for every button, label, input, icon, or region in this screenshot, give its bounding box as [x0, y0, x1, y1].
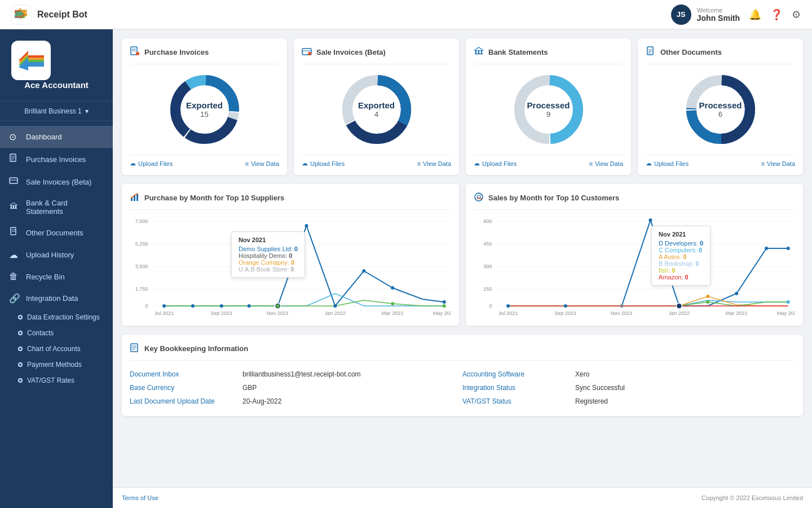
donut-sale: Exported 4 [302, 70, 451, 149]
dashboard-icon: ⊙ [9, 132, 20, 142]
sidebar-item-payment-methods[interactable]: Payment Methods [0, 357, 113, 373]
sub-dot-icon [18, 378, 23, 383]
header-right: JS Welcome John Smith 🔔 ❓ ⚙ [671, 5, 801, 25]
upload-files-purchase[interactable]: ☁ Upload Files [130, 160, 173, 167]
view-data-purchase[interactable]: ≡ View Data [245, 160, 279, 167]
sidebar-item-purchase-invoices[interactable]: Purchase Invoices [0, 148, 113, 170]
purchase-invoices-icon [9, 154, 20, 165]
upload-files-other[interactable]: ☁ Upload Files [646, 160, 689, 167]
bookkeeping-title: Key Bookkeeping Information [144, 344, 248, 353]
card-title-bank: Bank Statements [488, 48, 548, 56]
sidebar-item-integration-data[interactable]: 🔗 Integration Data [0, 287, 113, 309]
nav-label-contacts: Contacts [27, 329, 54, 337]
sub-dot-icon [18, 331, 23, 335]
app-title: Receipt Bot [37, 10, 87, 20]
svg-point-86 [333, 304, 337, 308]
sidebar-item-upload-history[interactable]: ☁ Upload History [0, 244, 113, 266]
svg-rect-53 [647, 47, 653, 55]
purchase-chart: Purchase by Month for Top 10 Suppliers 7… [122, 184, 459, 326]
nav-label-vat-gst: VAT/GST Rates [27, 376, 74, 384]
sidebar-item-contacts[interactable]: Contacts [0, 325, 113, 341]
dashboard-cards: Purchase Invoices [122, 38, 803, 175]
view-data-icon-sale: ≡ [417, 160, 421, 167]
main-content: Purchase Invoices [113, 29, 812, 487]
card-header-other: Other Documents [646, 46, 795, 64]
upload-icon-sale: ☁ [302, 160, 308, 167]
svg-text:Mar 2022: Mar 2022 [382, 310, 404, 316]
business-selector[interactable]: Brilliant Business 1 ▾ [0, 102, 113, 121]
donut-count-other: 6 [699, 110, 742, 119]
tooltip-customer-1: D Developers: 0 [659, 240, 703, 247]
svg-text:Jan 2022: Jan 2022 [325, 310, 346, 316]
sidebar-item-dashboard[interactable]: ⊙ Dashboard [0, 126, 113, 148]
nav-label-bank-statements: Bank & Card Statements [26, 199, 104, 216]
bank-icon [9, 202, 20, 213]
upload-icon: ☁ [9, 249, 20, 260]
info-row-integration: Integration Status Sync Successful [462, 381, 795, 395]
view-data-bank[interactable]: ≡ View Data [589, 160, 623, 167]
svg-rect-48 [481, 51, 482, 54]
view-data-other[interactable]: ≡ View Data [761, 160, 795, 167]
svg-point-93 [475, 193, 483, 201]
chevron-down-icon: ▾ [85, 107, 89, 115]
donut-status-bank: Processed [527, 100, 570, 110]
card-actions-bank: ☁ Upload Files ≡ View Data [474, 155, 623, 167]
donut-count-sale: 4 [358, 110, 395, 119]
donut-purchase: Exported 15 [130, 70, 279, 149]
purchase-chart-header: Purchase by Month for Top 10 Suppliers [130, 192, 451, 210]
content-area: Purchase Invoices [113, 29, 812, 508]
card-actions-sale: ☁ Upload Files ≡ View Data [302, 155, 451, 167]
svg-point-115 [620, 304, 624, 308]
svg-point-117 [676, 303, 682, 309]
card-header-purchase: Purchase Invoices [130, 46, 279, 64]
nav-label-integration-data: Integration Data [26, 294, 78, 303]
svg-point-40 [308, 52, 311, 55]
view-data-sale[interactable]: ≡ View Data [417, 160, 451, 167]
other-card-icon [646, 46, 656, 58]
card-purchase-invoices: Purchase Invoices [122, 38, 287, 175]
sidebar-item-recycle-bin[interactable]: 🗑 Recycle Bin [0, 266, 113, 287]
sidebar-item-bank-statements[interactable]: Bank & Card Statements [0, 193, 113, 221]
tooltip-customer-5: fish: 0 [659, 267, 703, 274]
sales-chart-icon [474, 192, 484, 204]
tooltip-customer-2: C Computers: 0 [659, 247, 703, 253]
notification-icon[interactable]: 🔔 [749, 8, 761, 21]
donut-status-other: Processed [699, 100, 742, 110]
sidebar-item-data-extraction[interactable]: Data Extraction Settings [0, 309, 113, 325]
card-header-sale: Sale Invoices (Beta) [302, 46, 451, 64]
info-row-upload-date: Last Document Upload Date 20-Aug-2022 [130, 395, 462, 408]
sidebar-item-vat-gst[interactable]: VAT/GST Rates [0, 373, 113, 388]
info-label-upload-date: Last Document Upload Date [130, 397, 242, 405]
terms-link[interactable]: Terms of Use [122, 494, 158, 501]
sidebar-item-sale-invoices[interactable]: Sale Invoices (Beta) [0, 170, 113, 193]
info-value-inbox: brilliantbusiness1@test.receipt-bot.com [242, 370, 361, 378]
svg-text:Sep 2021: Sep 2021 [210, 310, 232, 316]
view-data-icon-bank: ≡ [589, 160, 593, 167]
tooltip-supplier-4: U.A.B Book Store: 0 [239, 266, 298, 273]
bookkeeping-header: Key Bookkeeping Information [130, 343, 795, 361]
settings-icon[interactable]: ⚙ [792, 8, 801, 21]
top-header: Receipt Bot JS Welcome John Smith 🔔 ❓ ⚙ [0, 0, 812, 29]
help-icon[interactable]: ❓ [770, 8, 783, 21]
sidebar-item-chart-of-accounts[interactable]: Chart of Accounts [0, 341, 113, 357]
view-data-icon-purchase: ≡ [245, 160, 249, 167]
sidebar-nav: ⊙ Dashboard Purchase Invoices [0, 121, 113, 508]
nav-label-payment-methods: Payment Methods [27, 361, 82, 369]
svg-text:May 2022: May 2022 [777, 310, 795, 316]
user-avatar: JS [671, 5, 691, 25]
bookkeeping-icon [130, 343, 140, 354]
svg-text:Jan 2022: Jan 2022 [669, 310, 690, 316]
svg-text:5,250: 5,250 [135, 241, 148, 247]
upload-files-sale[interactable]: ☁ Upload Files [302, 160, 345, 167]
svg-rect-47 [478, 51, 479, 54]
svg-point-29 [136, 52, 139, 55]
footer: Terms of Use Copyright © 2022 Excelsious… [113, 487, 812, 508]
tooltip-month-purchase: Nov 2021 [239, 237, 298, 243]
profile-name: Ace Accountant [11, 80, 102, 90]
upload-files-bank[interactable]: ☁ Upload Files [474, 160, 517, 167]
sales-chart: Sales by Month for Top 10 Customers 600 … [466, 184, 803, 326]
svg-text:7,000: 7,000 [135, 218, 148, 224]
svg-text:Jul 2021: Jul 2021 [155, 310, 174, 316]
sidebar-item-other-documents[interactable]: Other Documents [0, 221, 113, 244]
recycle-bin-icon: 🗑 [9, 271, 20, 282]
